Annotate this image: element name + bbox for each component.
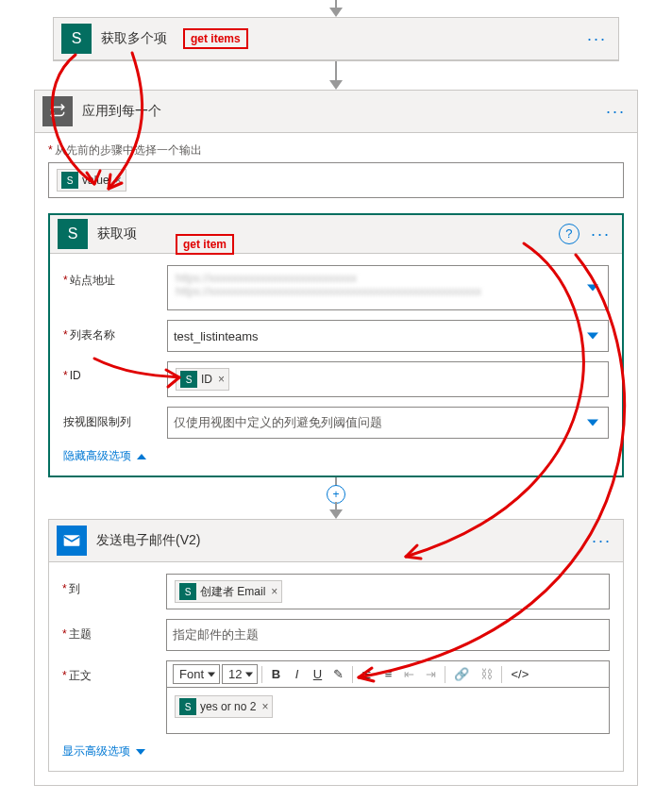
link-button[interactable]: 🔗 bbox=[449, 665, 474, 683]
bold-button[interactable]: B bbox=[266, 665, 285, 683]
step-get-item: S 获取项 ? ··· *站点地址 https://xxxxxxxxxxxxxx… bbox=[48, 213, 624, 477]
body-input[interactable]: S yes or no 2 × bbox=[166, 687, 610, 734]
step-title: 获取项 bbox=[97, 225, 559, 242]
body-label: *正文 bbox=[62, 660, 166, 684]
underline-button[interactable]: U bbox=[308, 665, 327, 683]
subject-placeholder: 指定邮件的主题 bbox=[173, 626, 259, 643]
indent-button[interactable]: ⇥ bbox=[421, 665, 441, 683]
site-address-value: https://xxxxxxxxxxxxxxxxxxxxxxxxxxxxxxxx… bbox=[176, 285, 581, 298]
show-advanced-link[interactable]: 显示高级选项 bbox=[62, 743, 145, 759]
italic-button[interactable]: I bbox=[287, 665, 306, 683]
token-remove-icon[interactable]: × bbox=[115, 174, 122, 187]
limit-columns-label: 按视图限制列 bbox=[63, 407, 167, 430]
subject-input[interactable]: 指定邮件的主题 bbox=[166, 619, 610, 651]
bullet-list-button[interactable]: ≣ bbox=[357, 665, 377, 683]
annotation-get-items: get items bbox=[183, 28, 248, 49]
token-remove-icon[interactable]: × bbox=[218, 373, 225, 386]
step-get-item-header[interactable]: S 获取项 ? ··· bbox=[50, 215, 622, 254]
site-address-label: *站点地址 bbox=[63, 265, 167, 289]
step-menu-button[interactable]: ··· bbox=[602, 102, 630, 122]
token-value[interactable]: S value × bbox=[57, 169, 126, 192]
chevron-down-icon bbox=[136, 749, 145, 755]
token-yes-or-no-2[interactable]: S yes or no 2 × bbox=[175, 695, 273, 718]
connector-arrow bbox=[329, 0, 343, 17]
list-name-value: test_listinteams bbox=[174, 329, 259, 343]
sharepoint-token-icon: S bbox=[180, 371, 197, 388]
token-remove-icon[interactable]: × bbox=[271, 585, 277, 598]
number-list-button[interactable]: ≡ bbox=[378, 665, 397, 683]
fontsize-select[interactable]: 12 bbox=[222, 664, 258, 684]
step-apply-to-each: 应用到每一个 ··· *从先前的步骤中选择一个输出 S value × S 获取… bbox=[34, 90, 638, 786]
outlook-icon bbox=[57, 526, 87, 556]
prev-output-input[interactable]: S value × bbox=[48, 162, 624, 198]
connector-arrow bbox=[329, 61, 343, 90]
token-remove-icon[interactable]: × bbox=[261, 700, 268, 713]
step-get-items[interactable]: S 获取多个项 ··· bbox=[53, 17, 619, 61]
outdent-button[interactable]: ⇤ bbox=[399, 665, 419, 683]
list-name-label: *列表名称 bbox=[63, 320, 167, 343]
token-id[interactable]: S ID × bbox=[176, 368, 229, 391]
id-label: *ID bbox=[63, 361, 167, 382]
id-input[interactable]: S ID × bbox=[167, 361, 609, 397]
list-name-input[interactable]: test_listinteams bbox=[167, 320, 609, 352]
help-button[interactable]: ? bbox=[559, 224, 580, 244]
sharepoint-icon: S bbox=[61, 24, 92, 54]
code-view-button[interactable]: </> bbox=[506, 665, 533, 683]
step-send-email-header[interactable]: 发送电子邮件(V2) ··· bbox=[49, 520, 623, 562]
step-title: 应用到每一个 bbox=[82, 103, 602, 120]
hide-advanced-link[interactable]: 隐藏高级选项 bbox=[63, 448, 146, 464]
token-label: value bbox=[82, 174, 109, 187]
site-address-value: https://xxxxxxxxxxxxxxxxxxxxxxxxxx bbox=[176, 272, 581, 285]
clear-format-button[interactable]: ✎ bbox=[328, 665, 348, 683]
limit-columns-placeholder: 仅使用视图中定义的列避免列阈值问题 bbox=[174, 414, 382, 431]
step-title: 发送电子邮件(V2) bbox=[96, 532, 588, 549]
step-send-email: 发送电子邮件(V2) ··· *到 S 创建者 Email × bbox=[48, 519, 624, 772]
add-step-button[interactable]: + bbox=[327, 485, 345, 504]
site-address-input[interactable]: https://xxxxxxxxxxxxxxxxxxxxxxxxxx https… bbox=[167, 265, 609, 310]
step-menu-button[interactable]: ··· bbox=[583, 29, 611, 49]
sharepoint-token-icon: S bbox=[179, 583, 196, 600]
to-label: *到 bbox=[62, 574, 166, 597]
chevron-up-icon bbox=[137, 454, 146, 459]
step-menu-button[interactable]: ··· bbox=[588, 531, 615, 551]
font-select[interactable]: Font bbox=[173, 664, 220, 684]
token-creator-email[interactable]: S 创建者 Email × bbox=[175, 580, 282, 603]
step-apply-header[interactable]: 应用到每一个 ··· bbox=[35, 91, 637, 133]
token-label: 创建者 Email bbox=[200, 584, 265, 600]
sharepoint-icon: S bbox=[58, 219, 88, 249]
annotation-get-item: get item bbox=[176, 234, 234, 255]
token-label: ID bbox=[201, 373, 212, 386]
loop-icon bbox=[42, 96, 73, 126]
sharepoint-token-icon: S bbox=[61, 172, 78, 189]
sharepoint-token-icon: S bbox=[179, 698, 196, 715]
prev-output-label: *从先前的步骤中选择一个输出 bbox=[48, 142, 624, 159]
step-menu-button[interactable]: ··· bbox=[587, 225, 614, 244]
limit-columns-input[interactable]: 仅使用视图中定义的列避免列阈值问题 bbox=[167, 407, 609, 439]
subject-label: *主题 bbox=[62, 619, 166, 642]
to-input[interactable]: S 创建者 Email × bbox=[166, 574, 610, 609]
token-label: yes or no 2 bbox=[200, 700, 256, 713]
step-title: 获取多个项 bbox=[101, 30, 583, 47]
rte-toolbar: Font 12 B I U ✎ ≣ ≡ ⇤ bbox=[166, 660, 610, 687]
connector-add: + bbox=[48, 477, 624, 519]
unlink-button[interactable]: ⛓ bbox=[476, 665, 497, 683]
